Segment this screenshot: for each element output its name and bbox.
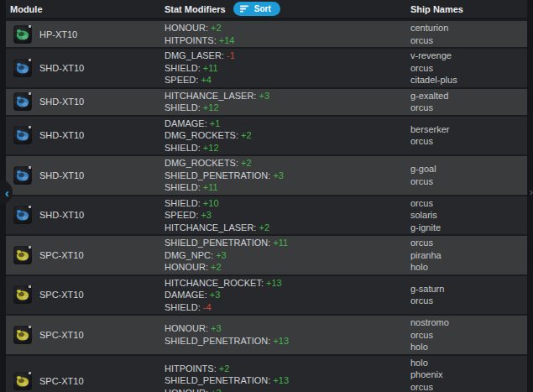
module-level-mark [29, 326, 31, 328]
ship-name: citadel-plus [410, 74, 527, 86]
ship-name: orcus [410, 295, 527, 307]
ship-name: g-exalted [410, 90, 527, 102]
module-level-mark [29, 285, 31, 288]
stat-modifier: SPEED: +4 [165, 74, 410, 86]
stat-modifier: SHIELD: -4 [165, 301, 410, 314]
ship-names-cell: g-goalorcus [410, 163, 527, 187]
sort-button-label: Sort [254, 4, 271, 13]
module-level-mark [29, 372, 31, 374]
ship-names-cell: orcuspiranhaholo [410, 237, 527, 274]
module-level-mark [29, 246, 31, 248]
stat-modifier: SHIELD: +12 [165, 102, 410, 114]
stat-modifiers-cell: HONOUR: +2HITPOINTS: +14 [165, 22, 410, 46]
module-cell: SPC-XT10 [6, 372, 165, 390]
stat-modifier: HITCHANCE_ROCKET: +13 [165, 277, 410, 290]
ship-names-cell: v-revengeorcuscitadel-plus [410, 50, 527, 86]
module-name: SPC-XT10 [39, 250, 84, 260]
stat-modifier: SPEED: +3 [165, 209, 410, 222]
stat-modifier: SHIELD: +11 [165, 181, 410, 194]
module-name: SPC-XT10 [39, 290, 84, 300]
ship-name: nostromo [410, 316, 527, 329]
module-level-mark [29, 25, 31, 28]
module-cell: SHD-XT10 [6, 126, 165, 144]
shd-module-icon [13, 92, 32, 111]
ship-name: orcus [410, 135, 527, 148]
ship-name: phoenix [410, 368, 527, 381]
ship-name: holo [410, 341, 527, 353]
sort-button[interactable]: Sort [233, 2, 280, 16]
table-row: SPC-XT10HITPOINTS: +2SHIELD_PENETRATION:… [6, 354, 527, 392]
stat-modifier: DAMAGE: +1 [165, 118, 410, 130]
spc-module-icon [13, 285, 32, 304]
ship-name: orcus [410, 237, 527, 249]
column-header-stat-modifiers: Stat Modifiers Sort [165, 2, 410, 16]
stat-modifiers-cell: DMG_ROCKETS: +2SHIELD_PENETRATION: +3SHI… [165, 157, 410, 194]
module-name: HP-XT10 [39, 29, 77, 39]
stat-modifier: SHIELD_PENETRATION: +13 [165, 335, 410, 348]
module-cell: SPC-XT10 [6, 246, 165, 264]
ship-name: orcus [410, 329, 527, 342]
ship-name: solaris [410, 209, 527, 222]
module-level-mark [29, 92, 31, 95]
module-level-mark [29, 59, 31, 61]
stat-modifier: DMG_ROCKETS: +2 [165, 129, 410, 142]
stat-modifiers-cell: SHIELD_PENETRATION: +11DMG_NPC: +3HONOUR… [165, 237, 410, 274]
stat-modifiers-cell: HONOUR: +3SHIELD_PENETRATION: +13 [165, 322, 410, 347]
spc-module-icon [13, 372, 32, 390]
stat-modifier: HONOUR: +3 [165, 387, 410, 392]
ship-name: g-goal [410, 163, 527, 175]
spc-module-icon [13, 246, 32, 264]
module-cell: HP-XT10 [6, 25, 165, 44]
stat-modifier: DMG_ROCKETS: +2 [165, 157, 410, 170]
table-row: SHD-XT10SHIELD: +10SPEED: +3HITCHANCE_LA… [6, 195, 527, 235]
table-row: SHD-XT10DMG_ROCKETS: +2SHIELD_PENETRATIO… [6, 154, 527, 195]
stat-modifier: HITPOINTS: +14 [165, 34, 410, 47]
stat-modifier: SHIELD: +12 [165, 142, 410, 154]
carousel-next-icon: › [530, 186, 533, 198]
module-cell: SHD-XT10 [6, 206, 165, 224]
ship-names-cell: berserkerorcus [410, 123, 527, 148]
shd-module-icon [13, 166, 32, 185]
module-name: SHD-XT10 [39, 63, 84, 73]
stat-modifiers-cell: SHIELD: +10SPEED: +3HITCHANCE_LASER: +2 [165, 197, 410, 234]
shd-module-icon [13, 206, 32, 224]
ship-name: piranha [410, 249, 527, 262]
column-header-module: Module [6, 4, 165, 14]
ship-name: g-saturn [410, 283, 527, 295]
stat-modifier: SHIELD: +11 [165, 62, 410, 75]
spc-module-icon [13, 326, 32, 344]
table-body: HP-XT10HONOUR: +2HITPOINTS: +14centurion… [6, 19, 527, 392]
module-name: SPC-XT10 [39, 376, 84, 386]
stat-modifier: SHIELD_PENETRATION: +3 [165, 170, 410, 182]
hp-module-icon [13, 25, 32, 44]
module-level-mark [29, 166, 31, 169]
stat-modifier: SHIELD_PENETRATION: +11 [165, 237, 410, 249]
module-cell: SPC-XT10 [6, 285, 165, 304]
module-name: SHD-XT10 [39, 97, 84, 107]
ship-names-cell: g-saturnorcus [410, 283, 527, 307]
stat-modifiers-cell: HITCHANCE_ROCKET: +13DAMAGE: +3SHIELD: -… [165, 277, 410, 314]
ship-name: orcus [410, 102, 527, 114]
stat-modifier: SHIELD: +10 [165, 197, 410, 210]
shd-module-icon [13, 59, 32, 77]
stat-modifiers-cell: DAMAGE: +1DMG_ROCKETS: +2SHIELD: +12 [165, 118, 410, 154]
stat-modifier: DMG_NPC: +3 [165, 249, 410, 262]
table-row: SPC-XT10HONOUR: +3SHIELD_PENETRATION: +1… [6, 314, 527, 354]
stat-modifier: HONOUR: +2 [165, 261, 410, 274]
module-name: SHD-XT10 [39, 210, 84, 220]
column-header-ship-names: Ship Names [410, 4, 527, 14]
ship-names-cell: nostromoorcusholo [410, 316, 527, 353]
stat-modifier: HITCHANCE_LASER: +3 [165, 90, 410, 102]
sort-icon [240, 5, 249, 13]
table-row: SPC-XT10SHIELD_PENETRATION: +11DMG_NPC: … [6, 234, 527, 274]
ship-name: holo [410, 261, 527, 274]
stat-modifier: HONOUR: +2 [165, 22, 410, 34]
module-level-mark [29, 206, 31, 208]
ship-names-cell: orcussolarisg-ignite [410, 197, 527, 234]
ship-name: centurion [410, 22, 527, 34]
ship-names-cell: centurionorcus [410, 22, 527, 46]
ship-name: orcus [410, 34, 527, 47]
stat-modifier: HITCHANCE_LASER: +2 [165, 222, 410, 234]
ship-name: v-revenge [410, 50, 527, 62]
module-cell: SHD-XT10 [6, 166, 165, 185]
